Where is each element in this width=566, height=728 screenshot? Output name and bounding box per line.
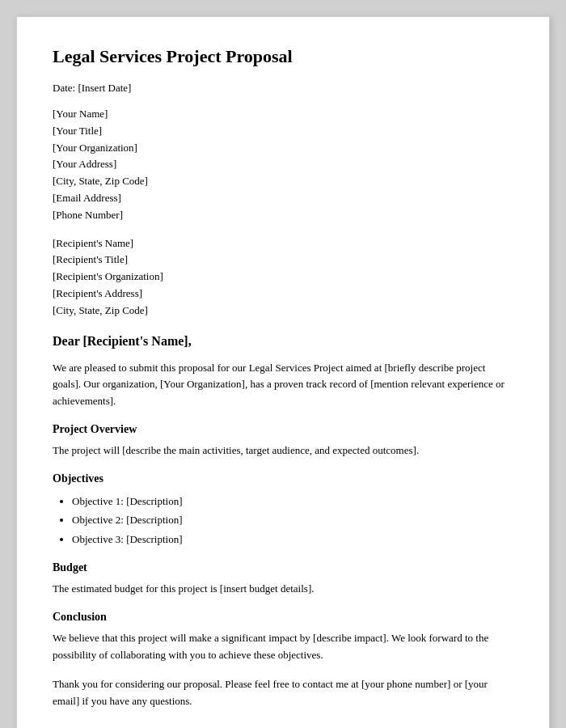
budget-heading: Budget: [53, 561, 513, 574]
conclusion-body-1: We believe that this project will make a…: [53, 630, 513, 664]
recipient-organization: [Recipient's Organization]: [53, 269, 513, 286]
conclusion-heading: Conclusion: [53, 611, 513, 624]
sender-phone: [Phone Number]: [53, 207, 513, 224]
objective-item-3: Objective 3: [Description]: [72, 530, 513, 548]
budget-body: The estimated budget for this project is…: [53, 581, 513, 598]
objective-item-2: Objective 2: [Description]: [72, 510, 513, 529]
sender-organization: [Your Organization]: [53, 140, 513, 157]
recipient-block: [Recipient's Name] [Recipient's Title] […: [53, 235, 513, 320]
recipient-city-state-zip: [City, State, Zip Code]: [53, 303, 513, 320]
conclusion-body-2: Thank you for considering our proposal. …: [53, 676, 513, 710]
project-overview-heading: Project Overview: [53, 423, 513, 436]
objective-item-1: Objective 1: [Description]: [72, 492, 513, 510]
objectives-list: Objective 1: [Description] Objective 2: …: [72, 492, 513, 548]
recipient-name: [Recipient's Name]: [53, 235, 513, 252]
budget-section: Budget The estimated budget for this pro…: [53, 561, 513, 598]
objectives-heading: Objectives: [53, 472, 513, 485]
recipient-title: [Recipient's Title]: [53, 252, 513, 269]
recipient-address: [Recipient's Address]: [53, 286, 513, 303]
intro-paragraph: We are pleased to submit this proposal f…: [53, 360, 513, 410]
sender-address: [Your Address]: [53, 156, 513, 173]
document-title: Legal Services Project Proposal: [53, 46, 513, 67]
sender-email: [Email Address]: [53, 190, 513, 207]
sender-city-state-zip: [City, State, Zip Code]: [53, 173, 513, 190]
salutation: Dear [Recipient's Name],: [53, 334, 513, 349]
sender-title: [Your Title]: [53, 123, 513, 140]
sender-name: [Your Name]: [53, 106, 513, 123]
date-line: Date: [Insert Date]: [53, 82, 513, 95]
project-overview-body: The project will [describe the main acti…: [53, 442, 513, 459]
conclusion-section: Conclusion We believe that this project …: [53, 611, 513, 710]
sender-block: [Your Name] [Your Title] [Your Organizat…: [53, 106, 513, 224]
document-page: Legal Services Project Proposal Date: [I…: [16, 16, 550, 728]
